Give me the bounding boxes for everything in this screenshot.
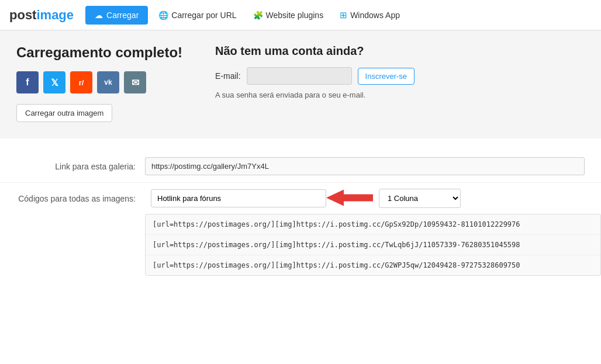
- nav-windows-label: Windows App: [350, 11, 400, 20]
- subscribe-button[interactable]: Inscrever-se: [358, 68, 415, 85]
- globe-icon: 🌐: [158, 11, 168, 20]
- windows-icon: ⊞: [340, 10, 347, 20]
- upload-button[interactable]: ☁ Carregar: [85, 6, 148, 25]
- main-bottom-section: Link para esta galeria: Códigos para tod…: [0, 138, 601, 276]
- gallery-link-label: Link para esta galeria:: [16, 162, 145, 171]
- social-buttons-row: f 𝕏 r/ vk ✉: [16, 71, 203, 93]
- red-arrow-indicator: [326, 188, 373, 209]
- nav-windows[interactable]: ⊞ Windows App: [334, 5, 406, 25]
- codes-row: Códigos para todas as imagens: Hotlink p…: [0, 183, 601, 214]
- logo: postimage: [9, 8, 74, 23]
- success-title: Carregamento completo!: [16, 44, 203, 61]
- logo-post-text: post: [9, 8, 36, 23]
- codes-label: Códigos para todas as imagens:: [16, 194, 145, 203]
- reddit-share-button[interactable]: r/: [70, 71, 92, 93]
- code-line-2[interactable]: [url=https://postimages.org/][img]https:…: [146, 235, 600, 255]
- email-hint: A sua senha será enviada para o seu e-ma…: [215, 91, 585, 99]
- red-arrow-svg: [326, 188, 373, 207]
- nav-plugins[interactable]: 🧩 Website plugins: [247, 6, 330, 25]
- gallery-link-row: Link para esta galeria:: [0, 150, 601, 183]
- vk-share-button[interactable]: vk: [97, 71, 119, 93]
- nav-plugins-label: Website plugins: [266, 11, 324, 20]
- codes-type-select[interactable]: Hotlink para fóruns Link direto BBCode H…: [151, 189, 326, 207]
- email-row: E-mail: Inscrever-se: [215, 67, 585, 85]
- subscribe-label: Inscrever-se: [365, 72, 407, 81]
- email-input[interactable]: [247, 67, 352, 85]
- columns-select[interactable]: 1 Coluna 2 Colunas 3 Colunas: [379, 189, 461, 208]
- logo-image-text: image: [36, 8, 74, 23]
- email-label: E-mail:: [215, 71, 241, 81]
- twitter-share-button[interactable]: 𝕏: [43, 71, 65, 93]
- code-line-1[interactable]: [url=https://postimages.org/][img]https:…: [146, 214, 600, 235]
- code-line-3[interactable]: [url=https://postimages.org/][img]https:…: [146, 255, 600, 275]
- svg-marker-0: [326, 189, 373, 206]
- code-lines-area: [url=https://postimages.org/][img]https:…: [145, 214, 601, 276]
- nav-url-label: Carregar por URL: [171, 11, 236, 20]
- upload-another-button[interactable]: Carregar outra imagem: [16, 104, 112, 122]
- upload-button-label: Carregar: [106, 11, 139, 20]
- gallery-link-input[interactable]: [145, 157, 585, 175]
- signup-area: Não tem uma conta ainda? E-mail: Inscrev…: [203, 44, 585, 99]
- facebook-share-button[interactable]: f: [16, 71, 39, 93]
- cloud-icon: ☁: [95, 11, 103, 20]
- email-share-button[interactable]: ✉: [124, 71, 146, 93]
- codes-select-wrapper: Hotlink para fóruns Link direto BBCode H…: [151, 189, 338, 207]
- main-top-section: Carregamento completo! f 𝕏 r/ vk ✉ Carre…: [0, 30, 601, 138]
- puzzle-icon: 🧩: [253, 11, 263, 20]
- upload-another-label: Carregar outra imagem: [25, 109, 103, 117]
- header: postimage ☁ Carregar 🌐 Carregar por URL …: [0, 0, 601, 30]
- signup-title: Não tem uma conta ainda?: [215, 44, 585, 58]
- upload-success-area: Carregamento completo! f 𝕏 r/ vk ✉ Carre…: [16, 44, 203, 122]
- nav-upload-url[interactable]: 🌐 Carregar por URL: [153, 6, 242, 25]
